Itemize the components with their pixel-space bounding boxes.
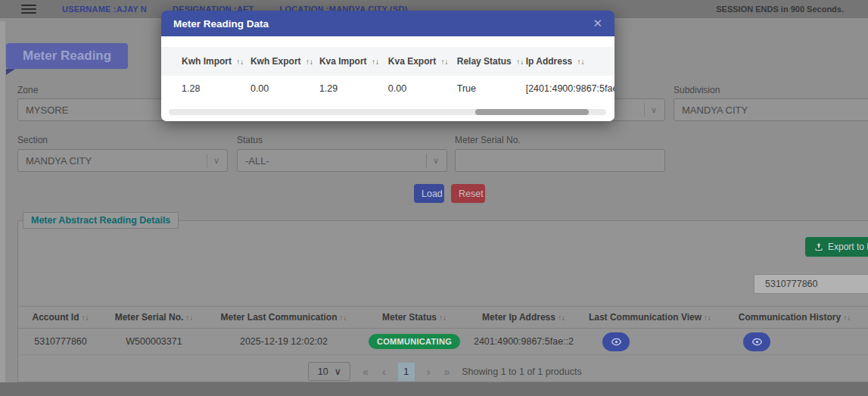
session-timer: SESSION ENDS in 900 Seconds. (716, 5, 844, 14)
status-badge: COMMUNICATING (369, 334, 460, 349)
sort-icon: ↑↓ (185, 313, 193, 322)
first-page-button[interactable]: « (361, 366, 370, 378)
section-value: MANDYA CITY (26, 155, 207, 167)
sort-icon: ↑↓ (82, 313, 89, 322)
status-value: -ALL- (245, 155, 426, 167)
cell-kva-export: 0.00 (388, 83, 457, 94)
username-text: USERNAME :AJAY N (62, 5, 147, 14)
col-last-comm-view[interactable]: Last Communication View↑↓ (581, 312, 719, 323)
status-label: Status (237, 135, 263, 145)
sort-icon: ↑↓ (236, 58, 244, 66)
modal-title: Meter Reading Data (173, 18, 269, 30)
meter-serial-input[interactable] (455, 149, 665, 172)
cell-relay-status: True (457, 83, 526, 94)
cell-last-comm-view (581, 332, 719, 351)
modal-table-row: 1.28 0.00 1.29 0.00 True [2401:4900:9867… (161, 76, 614, 101)
search-input[interactable] (765, 279, 868, 289)
col-relay-status[interactable]: Relay Status ↑↓ (457, 56, 526, 67)
sort-icon: ↑↓ (704, 313, 711, 322)
pagination: 10 ∨ « ‹ 1 › » Showing 1 to 1 of 1 produ… (18, 360, 868, 383)
cell-account-id: 5310777860 (18, 336, 103, 347)
chevron-down-icon: ∨ (213, 156, 219, 166)
subdivision-select[interactable]: MANDYA CITY (674, 98, 868, 121)
scrollbar-thumb[interactable] (475, 109, 589, 115)
meter-details-panel: Export to Excel Account Id↑↓ Meter Seria… (17, 220, 868, 382)
col-kwh-import[interactable]: Kwh Import ↑↓ (182, 56, 250, 67)
sort-icon: ↑↓ (372, 58, 379, 66)
cell-meter-ip: 2401:4900:9867:5fae::2 (466, 336, 581, 347)
page-size-select[interactable]: 10 ∨ (308, 362, 350, 381)
table-search[interactable] (754, 274, 868, 294)
load-button[interactable]: Load (414, 184, 444, 203)
cell-ip-address: [2401:4900:9867:5fae::2] (526, 83, 614, 94)
cell-kwh-export: 0.00 (250, 83, 319, 94)
left-edge-strip (0, 21, 5, 382)
col-meter-serial[interactable]: Meter Serial No.↑↓ (103, 312, 205, 323)
cell-meter-serial: W500003371 (103, 336, 205, 347)
section-label: Section (17, 135, 48, 145)
sort-icon: ↑↓ (441, 58, 449, 66)
modal-body: Kwh Import ↑↓ Kwh Export ↑↓ Kva Import ↑… (161, 36, 614, 121)
tab-meter-abstract-reading-details[interactable]: Meter Abstract Reading Details (23, 212, 179, 229)
meter-reading-data-modal: Meter Reading Data ✕ Kwh Import ↑↓ Kwh E… (161, 11, 614, 121)
subdivision-value: MANDYA CITY (682, 104, 868, 116)
chevron-down-icon: ∨ (433, 156, 439, 166)
export-label: Export to Excel (828, 242, 868, 252)
chevron-down-icon: ∨ (651, 105, 657, 115)
modal-table-header-row: Kwh Import ↑↓ Kwh Export ↑↓ Kva Import ↑… (161, 47, 614, 76)
col-meter-ip[interactable]: Meter Ip Address↑↓ (466, 312, 581, 323)
page-title: Meter Reading (6, 43, 128, 69)
zone-label: Zone (17, 85, 38, 95)
page-size-value: 10 (318, 366, 328, 377)
select-divider (426, 154, 427, 167)
current-page-button[interactable]: 1 (398, 363, 415, 381)
prev-page-button[interactable]: ‹ (381, 366, 387, 378)
col-comm-history[interactable]: Communication History↑↓ (719, 312, 868, 323)
last-page-button[interactable]: » (442, 366, 451, 378)
subdivision-label: Subdivision (674, 85, 720, 95)
reset-button[interactable]: Reset (451, 184, 485, 203)
meter-serial-label: Meter Serial No. (455, 135, 521, 145)
last-communication-view-button[interactable] (602, 332, 630, 351)
cell-comm-history (719, 332, 868, 351)
col-kva-export[interactable]: Kva Export ↑↓ (388, 56, 457, 67)
col-kwh-export[interactable]: Kwh Export ↑↓ (250, 56, 319, 67)
modal-horizontal-scrollbar[interactable] (169, 109, 606, 115)
sort-icon: ↑↓ (843, 313, 851, 322)
eye-icon (751, 336, 763, 348)
menu-icon[interactable] (21, 5, 36, 14)
cell-kva-import: 1.29 (319, 83, 388, 94)
col-ip-address[interactable]: Ip Address ↑↓ (526, 56, 614, 67)
sort-icon: ↑↓ (577, 58, 585, 66)
select-divider (207, 154, 207, 167)
table-header-row: Account Id↑↓ Meter Serial No.↑↓ Meter La… (18, 306, 868, 329)
cell-meter-status: COMMUNICATING (362, 334, 466, 349)
next-page-button[interactable]: › (425, 366, 432, 378)
cell-kwh-import: 1.28 (182, 83, 250, 94)
col-last-communication[interactable]: Meter Last Communication↑↓ (205, 312, 362, 323)
select-divider (644, 103, 645, 117)
chevron-down-icon: ∨ (334, 366, 341, 377)
modal-header: Meter Reading Data ✕ (161, 11, 614, 36)
footer-bar (0, 382, 868, 396)
sort-icon: ↑↓ (306, 58, 313, 66)
sort-icon: ↑↓ (439, 313, 446, 322)
eye-icon (611, 336, 622, 348)
sort-icon: ↑↓ (516, 58, 524, 66)
table-row: 5310777860 W500003371 2025-12-19 12:02:0… (18, 329, 868, 355)
col-meter-status[interactable]: Meter Status↑↓ (362, 312, 466, 323)
cell-last-communication: 2025-12-19 12:02:02 (205, 336, 362, 347)
export-to-excel-button[interactable]: Export to Excel (805, 237, 868, 257)
close-icon[interactable]: ✕ (593, 17, 602, 30)
section-select[interactable]: MANDYA CITY ∨ (17, 149, 228, 172)
sort-icon: ↑↓ (558, 313, 565, 322)
col-kva-import[interactable]: Kva Import ↑↓ (319, 56, 388, 67)
status-select[interactable]: -ALL- ∨ (237, 149, 447, 172)
export-icon (814, 242, 823, 251)
sort-icon: ↑↓ (340, 313, 347, 322)
page-title-label: Meter Reading (23, 48, 111, 64)
pagination-summary: Showing 1 to 1 of 1 products (462, 366, 581, 377)
col-account-id[interactable]: Account Id↑↓ (18, 312, 103, 323)
communication-history-button[interactable] (743, 332, 770, 351)
tab-label: Meter Abstract Reading Details (31, 215, 170, 226)
